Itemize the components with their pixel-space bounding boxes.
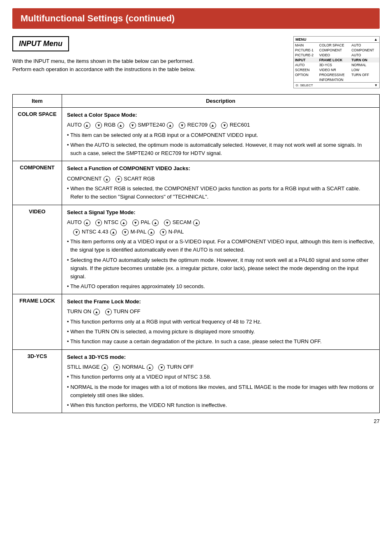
menu-col2: VIDEO NR <box>318 67 350 72</box>
desc-frame-lock: Select the Frame Lock Mode: TURN ON ▲ ▼ … <box>62 294 380 349</box>
desc-title: Select a Color Space Mode: <box>67 111 374 119</box>
menu-row-option: OPTION PROGRESSIVE TURN OFF <box>294 72 379 77</box>
bullet-text: • Selecting the AUTO automatically selec… <box>67 256 374 281</box>
menu-box-footer: ⊙: SELECT ▼ <box>294 82 379 88</box>
down-icon: ▼ <box>132 220 139 226</box>
up-icon: ▲ <box>152 220 159 226</box>
intro-text: With the INPUT menu, the items shown in … <box>12 57 285 73</box>
desc-title: Select a Function of COMPONENT VIDEO Jac… <box>67 164 374 173</box>
desc-title: Select a Signal Type Mode: <box>67 208 374 217</box>
menu-box-table: MAIN COLOR SPACE AUTO PICTURE-1 COMPONEN… <box>294 43 379 82</box>
table-header-row: Item Description <box>13 95 380 108</box>
down-icon: ▼ <box>179 122 185 129</box>
menu-col2: 3D-YCS <box>318 62 350 67</box>
up-icon: ▲ <box>167 122 173 129</box>
menu-box-header-right: ▲ <box>374 37 378 42</box>
menu-row-info: INFORMATION <box>294 77 379 82</box>
down-icon: ▼ <box>158 364 165 371</box>
bullet-text: • When the SCART RGB is selected, the CO… <box>67 185 374 201</box>
mode-line: AUTO ▲ ▼ RGB ▲ ▼ SMPTE240 ▲ ▼ REC709 ▲ ▼… <box>67 121 374 129</box>
menu-col1: OPTION <box>294 72 318 77</box>
mode-line: AUTO ▲ ▼ NTSC ▲ ▼ PAL ▲ ▼ SECAM ▲ <box>67 218 374 227</box>
menu-col1 <box>294 77 318 82</box>
item-component: COMPONENT <box>13 161 62 205</box>
bullet-text: • This item performs only at a VIDEO inp… <box>67 238 374 254</box>
bullet-text: • This function may cause a certain degr… <box>67 337 374 346</box>
menu-col1: AUTO <box>294 62 318 67</box>
item-video: VIDEO <box>13 205 62 294</box>
menu-row-input: INPUT FRAME LOCK TURN ON <box>294 58 379 62</box>
menu-col2: VIDEO <box>318 53 350 58</box>
left-content: INPUT Menu With the INPUT menu, the item… <box>12 36 285 73</box>
bullet-text: • This function performs only at a VIDEO… <box>67 373 374 381</box>
menu-col3: AUTO <box>350 53 379 58</box>
down-icon: ▼ <box>129 122 136 129</box>
desc-color-space: Select a Color Space Mode: AUTO ▲ ▼ RGB … <box>62 108 380 161</box>
up-icon: ▲ <box>84 220 90 226</box>
down-icon: ▼ <box>113 364 120 371</box>
col-item-header: Item <box>13 95 62 108</box>
up-icon: ▲ <box>93 309 100 315</box>
menu-col2: INFORMATION <box>318 77 350 82</box>
up-icon: ▲ <box>118 122 124 129</box>
menu-col1: PICTURE-1 <box>294 48 318 53</box>
menu-col3: TURN OFF <box>350 72 379 77</box>
desc-title: Select a 3D-YCS mode: <box>67 353 374 361</box>
table-row: VIDEO Select a Signal Type Mode: AUTO ▲ … <box>13 205 380 294</box>
up-icon: ▲ <box>120 220 127 226</box>
down-icon: ▼ <box>164 220 171 226</box>
menu-col1: MAIN <box>294 43 318 48</box>
mode-line: ▼ NTSC 4.43 ▲ ▼ M-PAL ▲ ▼ N-PAL <box>67 228 374 236</box>
menu-col2: PROGRESSIVE <box>318 72 350 77</box>
menu-row-main: MAIN COLOR SPACE AUTO <box>294 43 379 48</box>
down-icon: ▼ <box>95 220 102 226</box>
menu-row-screen: SCREEN VIDEO NR LOW <box>294 67 379 72</box>
intro-line1: With the INPUT menu, the items shown in … <box>12 57 285 65</box>
down-icon: ▼ <box>95 122 102 129</box>
page-title: Multifunctional Settings (continued) <box>21 13 175 23</box>
menu-col3: NORMAL <box>350 62 379 67</box>
up-icon: ▲ <box>210 122 216 129</box>
down-icon: ▼ <box>122 229 129 236</box>
page-header: Multifunctional Settings (continued) <box>12 8 380 29</box>
menu-box-footer-left: ⊙: SELECT <box>295 83 313 87</box>
col-desc-header: Description <box>62 95 380 108</box>
menu-box-footer-right: ▼ <box>374 83 378 87</box>
table-row: FRAME LOCK Select the Frame Lock Mode: T… <box>13 294 380 349</box>
menu-col2: COLOR SPACE <box>318 43 350 48</box>
item-color-space: COLOR SPACE <box>13 108 62 161</box>
mode-line: TURN ON ▲ ▼ TURN OFF <box>67 307 374 316</box>
menu-box-header-left: MENU <box>295 37 307 42</box>
bullet-text: • When the AUTO is selected, the optimum… <box>67 141 374 157</box>
input-menu-title: INPUT Menu <box>12 36 69 51</box>
main-table: Item Description COLOR SPACE Select a Co… <box>12 94 380 413</box>
desc-video: Select a Signal Type Mode: AUTO ▲ ▼ NTSC… <box>62 205 380 294</box>
desc-component: Select a Function of COMPONENT VIDEO Jac… <box>62 161 380 205</box>
up-icon: ▲ <box>148 229 154 236</box>
menu-col3: COMPONENT <box>350 48 379 53</box>
menu-row-picture1: PICTURE-1 COMPONENT COMPONENT <box>294 48 379 53</box>
desc-title: Select the Frame Lock Mode: <box>67 298 374 306</box>
item-frame-lock: FRAME LOCK <box>13 294 62 349</box>
menu-col3 <box>350 77 379 82</box>
up-icon: ▲ <box>193 220 200 226</box>
menu-box: MENU ▲ MAIN COLOR SPACE AUTO PICTURE-1 C… <box>293 36 380 88</box>
up-icon: ▲ <box>147 364 153 371</box>
page-number: 27 <box>12 418 380 424</box>
mode-line: STILL IMAGE ▲ ▼ NORMAL ▲ ▼ TURN OFF <box>67 363 374 372</box>
up-icon: ▲ <box>84 122 90 129</box>
up-icon: ▲ <box>104 176 110 183</box>
bullet-text: • When this function performs, the VIDEO… <box>67 401 374 409</box>
menu-col2: FRAME LOCK <box>318 58 350 62</box>
down-icon: ▼ <box>105 309 112 315</box>
bullet-text: • This function performs only at a RGB i… <box>67 318 374 326</box>
item-3d-ycs: 3D-YCS <box>13 349 62 413</box>
down-icon: ▼ <box>73 229 80 236</box>
table-row: COLOR SPACE Select a Color Space Mode: A… <box>13 108 380 161</box>
menu-col3: TURN ON <box>350 58 379 62</box>
menu-row-auto: AUTO 3D-YCS NORMAL <box>294 62 379 67</box>
down-icon: ▼ <box>160 229 166 236</box>
top-section: INPUT Menu With the INPUT menu, the item… <box>12 36 380 88</box>
down-icon: ▼ <box>221 122 228 129</box>
up-icon: ▲ <box>101 364 108 371</box>
